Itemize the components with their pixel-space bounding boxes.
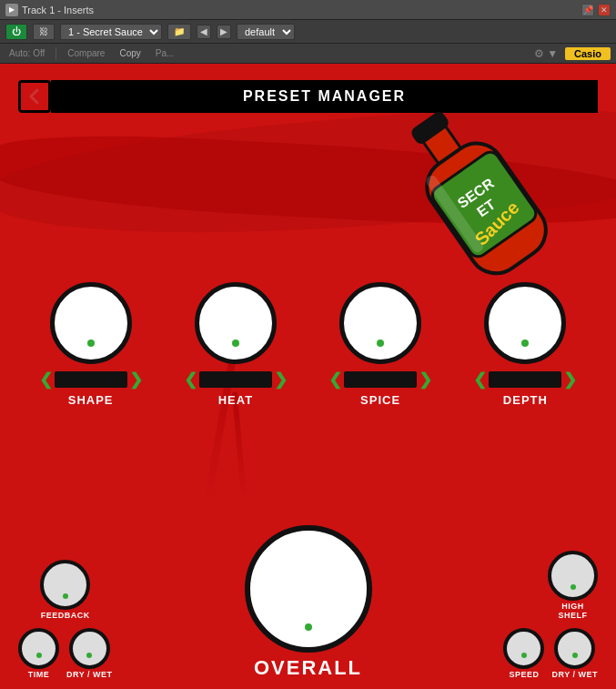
overall-knob[interactable] <box>245 525 372 653</box>
depth-chevron-row: ❮ ❯ <box>473 371 577 388</box>
overall-dot <box>305 623 312 631</box>
heat-knob[interactable] <box>195 282 277 364</box>
chain-button[interactable]: ⛓ <box>33 24 55 40</box>
dry-wet-right-dot <box>572 653 578 658</box>
spice-chevron-right[interactable]: ❯ <box>419 371 432 388</box>
right-bottom-knobs: HIGHSHELF SPEED DRY / WET <box>503 551 598 680</box>
time-dot <box>36 653 42 658</box>
high-shelf-dot <box>571 584 576 590</box>
heat-label-bar <box>199 371 272 388</box>
feedback-knob[interactable] <box>40 560 90 610</box>
depth-knob-label: DEPTH <box>503 393 548 407</box>
heat-chevron-right[interactable]: ❯ <box>274 371 288 388</box>
bottom-section: FEEDBACK TIME DRY / WET <box>0 525 616 680</box>
feedback-label: FEEDBACK <box>41 612 90 621</box>
nav-forward-button[interactable]: ▶ <box>217 25 231 39</box>
depth-knob-dot <box>521 339 529 347</box>
depth-knob-group: ❮ ❯ DEPTH <box>473 282 577 407</box>
dry-wet-left-label: DRY / WET <box>66 671 113 680</box>
dry-wet-left-dot <box>86 653 92 658</box>
dry-wet-right-label: DRY / WET <box>551 671 598 680</box>
compare-button[interactable]: Compare <box>64 48 108 58</box>
title-bar-controls: 📌 ✕ <box>581 4 611 16</box>
speed-knob[interactable] <box>503 628 544 669</box>
shape-label-bar <box>55 371 127 388</box>
heat-knob-dot <box>232 339 239 347</box>
shape-chevron-row: ❮ ❯ <box>39 371 143 388</box>
spice-knob[interactable] <box>339 282 421 364</box>
high-shelf-label: HIGHSHELF <box>558 603 587 621</box>
dry-wet-left-knob[interactable] <box>69 628 110 669</box>
speed-dot <box>521 653 527 658</box>
track-icon: ▶ <box>5 4 18 16</box>
feedback-dot <box>63 593 68 599</box>
overall-label: OVERALL <box>254 656 362 680</box>
back-arrow-button[interactable] <box>18 80 51 113</box>
shape-chevron-right[interactable]: ❯ <box>129 371 143 388</box>
spice-knob-dot <box>377 339 384 347</box>
preset-name-select[interactable]: default <box>237 24 295 40</box>
left-bottom-knobs: FEEDBACK TIME DRY / WET <box>18 560 113 680</box>
power-button[interactable]: ⏻ <box>5 24 27 40</box>
shape-knob[interactable] <box>50 282 132 364</box>
title-bar: ▶ Track 1 - Inserts 📌 ✕ <box>0 0 616 20</box>
depth-chevron-right[interactable]: ❯ <box>563 371 577 388</box>
depth-knob[interactable] <box>484 282 566 364</box>
high-shelf-knob[interactable] <box>548 551 598 601</box>
overall-knob-group: OVERALL <box>122 525 495 680</box>
speed-label: SPEED <box>509 671 539 680</box>
paste-button[interactable]: Pa... <box>152 48 178 58</box>
toolbar-row1: ⏻ ⛓ 1 - Secret Sauce 📁 ◀ ▶ default <box>0 20 616 44</box>
heat-chevron-row: ❮ ❯ <box>184 371 288 388</box>
close-button[interactable]: ✕ <box>598 4 611 16</box>
spice-chevron-row: ❮ ❯ <box>328 371 432 388</box>
depth-label-bar <box>489 371 561 388</box>
folder-button[interactable]: 📁 <box>167 24 191 40</box>
sauce-bottle: SECR ET Sauce <box>389 91 589 300</box>
spice-label-bar <box>344 371 417 388</box>
nav-back-button[interactable]: ◀ <box>197 25 211 39</box>
copy-button[interactable]: Copy <box>116 48 144 58</box>
spice-chevron-left[interactable]: ❮ <box>328 371 342 388</box>
toolbar-row2: Auto: Off Compare Copy Pa... ⚙ ▼ Casio <box>0 44 616 64</box>
pin-button[interactable]: 📌 <box>581 4 594 16</box>
heat-knob-group: ❮ ❯ HEAT <box>184 282 288 407</box>
auto-off-button[interactable]: Auto: Off <box>5 48 48 58</box>
settings-icon[interactable]: ⚙ ▼ <box>534 47 558 60</box>
shape-knob-group: ❮ ❯ SHAPE <box>39 282 143 407</box>
casio-badge: Casio <box>565 47 611 60</box>
time-label: TIME <box>28 671 50 680</box>
shape-knob-label: SHAPE <box>68 393 114 407</box>
time-knob[interactable] <box>18 628 59 669</box>
shape-chevron-left[interactable]: ❮ <box>39 371 53 388</box>
plugin-area: PRESET MANAGER SECR ET Sauce <box>0 64 616 689</box>
heat-knob-label: HEAT <box>218 393 253 407</box>
main-knobs-row: ❮ ❯ SHAPE ❮ ❯ HEAT ❮ ❯ <box>0 282 616 407</box>
depth-chevron-left[interactable]: ❮ <box>473 371 487 388</box>
spice-knob-group: ❮ ❯ SPICE <box>328 282 432 407</box>
dry-wet-right-knob[interactable] <box>554 628 595 669</box>
spice-knob-label: SPICE <box>360 393 400 407</box>
shape-knob-dot <box>87 339 95 347</box>
title-bar-text: Track 1 - Inserts <box>22 5 581 15</box>
preset-select[interactable]: 1 - Secret Sauce <box>60 24 162 40</box>
separator <box>56 47 56 60</box>
heat-chevron-left[interactable]: ❮ <box>184 371 197 388</box>
